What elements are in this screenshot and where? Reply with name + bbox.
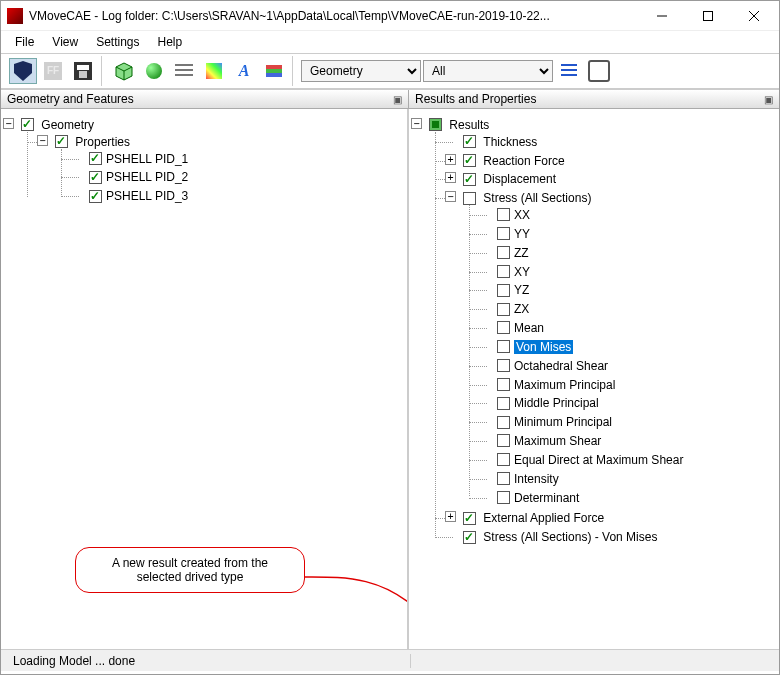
- save-tool-button[interactable]: [69, 58, 97, 84]
- windows-tool-button[interactable]: [585, 58, 613, 84]
- tree-node-stress-component[interactable]: YY: [481, 224, 775, 243]
- ff-icon: FF: [44, 62, 62, 80]
- checkbox[interactable]: [497, 208, 510, 221]
- checkbox[interactable]: [497, 397, 510, 410]
- checkbox[interactable]: [21, 118, 34, 131]
- shield-tool-button[interactable]: [9, 58, 37, 84]
- tree-node-stress-component[interactable]: Minimum Principal: [481, 412, 775, 431]
- palette-tool-button[interactable]: [200, 58, 228, 84]
- annotation-callout: A new result created from the selected d…: [75, 547, 305, 607]
- checkbox[interactable]: [497, 491, 510, 504]
- tree-node-stress-component[interactable]: Middle Principal: [481, 393, 775, 412]
- expand-icon[interactable]: +: [445, 154, 456, 165]
- filter-combo[interactable]: All: [423, 60, 553, 82]
- tree-label: Determinant: [514, 490, 579, 504]
- tree-label: Maximum Shear: [514, 434, 601, 448]
- contour-tool-button[interactable]: [170, 58, 198, 84]
- tree-node-stress-component[interactable]: Intensity: [481, 469, 775, 488]
- svg-rect-1: [704, 11, 713, 20]
- results-panel: − Results Thickness + Reaction Force +: [409, 109, 779, 649]
- minimize-button[interactable]: [639, 1, 685, 31]
- tree-node-thickness[interactable]: Thickness: [447, 132, 775, 151]
- tree-node-stress-component[interactable]: XY: [481, 262, 775, 281]
- checkbox[interactable]: [55, 135, 68, 148]
- tree-node-stress-component[interactable]: Mean: [481, 318, 775, 337]
- tree-node-geometry[interactable]: − Geometry − Properties PSHELL PID_1PSHE…: [5, 115, 403, 209]
- checkbox[interactable]: [497, 416, 510, 429]
- tree-node-properties[interactable]: − Properties PSHELL PID_1PSHELL PID_2PSH…: [39, 132, 403, 207]
- tree-node-stress-component[interactable]: Octahedral Shear: [481, 356, 775, 375]
- tree-node-property[interactable]: PSHELL PID_1: [73, 149, 403, 168]
- checkbox[interactable]: [497, 340, 510, 353]
- checkbox[interactable]: [463, 173, 476, 186]
- checkbox[interactable]: [89, 171, 102, 184]
- checkbox[interactable]: [497, 227, 510, 240]
- palette-icon: [206, 63, 222, 79]
- list-tool-button[interactable]: [555, 58, 583, 84]
- layers-tool-button[interactable]: [260, 58, 288, 84]
- maximize-button[interactable]: [685, 1, 731, 31]
- tree-node-stress-component[interactable]: Equal Direct at Maximum Shear: [481, 450, 775, 469]
- expand-icon[interactable]: +: [445, 511, 456, 522]
- checkbox[interactable]: [497, 453, 510, 466]
- shield-icon: [14, 61, 32, 81]
- expand-icon[interactable]: −: [445, 191, 456, 202]
- checkbox[interactable]: [463, 154, 476, 167]
- tree-node-stress-component[interactable]: ZZ: [481, 243, 775, 262]
- checkbox[interactable]: [463, 531, 476, 544]
- tree-node-stress-component[interactable]: Determinant: [481, 488, 775, 507]
- tree-node-stress-component[interactable]: Maximum Shear: [481, 431, 775, 450]
- tree-label: Equal Direct at Maximum Shear: [514, 453, 683, 467]
- menu-view[interactable]: View: [44, 33, 86, 51]
- checkbox[interactable]: [497, 378, 510, 391]
- menu-settings[interactable]: Settings: [88, 33, 147, 51]
- checkbox[interactable]: [497, 303, 510, 316]
- left-panel-collapse-icon[interactable]: ▣: [393, 94, 402, 105]
- tree-node-property[interactable]: PSHELL PID_3: [73, 186, 403, 205]
- checkbox[interactable]: [497, 265, 510, 278]
- checkbox[interactable]: [89, 190, 102, 203]
- disc-tool-button[interactable]: [140, 58, 168, 84]
- checkbox[interactable]: [497, 472, 510, 485]
- checkbox[interactable]: [497, 434, 510, 447]
- tree-node-property[interactable]: PSHELL PID_2: [73, 167, 403, 186]
- checkbox[interactable]: [463, 135, 476, 148]
- tree-node-reaction-force[interactable]: + Reaction Force: [447, 151, 775, 170]
- expand-icon[interactable]: −: [411, 118, 422, 129]
- close-button[interactable]: [731, 1, 777, 31]
- tree-node-stress-component[interactable]: Von Mises: [481, 337, 775, 356]
- menu-file[interactable]: File: [7, 33, 42, 51]
- checkbox[interactable]: [497, 284, 510, 297]
- checkbox[interactable]: [497, 359, 510, 372]
- layers-icon: [266, 65, 282, 77]
- tree-node-displacement[interactable]: + Displacement: [447, 169, 775, 188]
- tree-node-stress-vonmises[interactable]: Stress (All Sections) - Von Mises: [447, 527, 775, 546]
- checkbox[interactable]: [497, 321, 510, 334]
- tree-node-stress-component[interactable]: Maximum Principal: [481, 375, 775, 394]
- tree-node-stress-component[interactable]: YZ: [481, 280, 775, 299]
- checkbox[interactable]: [89, 152, 102, 165]
- checkbox[interactable]: [429, 118, 442, 131]
- checkbox[interactable]: [463, 192, 476, 205]
- tree-node-external-force[interactable]: + External Applied Force: [447, 508, 775, 527]
- list-icon: [561, 64, 577, 78]
- checkbox[interactable]: [463, 512, 476, 525]
- geometry-combo[interactable]: Geometry: [301, 60, 421, 82]
- tree-label: Middle Principal: [514, 396, 599, 410]
- toolbar: FF A Geometry All: [1, 53, 779, 89]
- right-panel-title: Results and Properties: [415, 92, 536, 106]
- tree-node-stress-all[interactable]: − Stress (All Sections) XXYYZZXYYZZXMean…: [447, 188, 775, 508]
- menu-help[interactable]: Help: [150, 33, 191, 51]
- right-panel-collapse-icon[interactable]: ▣: [764, 94, 773, 105]
- tree-node-stress-component[interactable]: XX: [481, 205, 775, 224]
- tree-node-results[interactable]: − Results Thickness + Reaction Force +: [413, 115, 775, 548]
- expand-icon[interactable]: +: [445, 172, 456, 183]
- expand-icon[interactable]: −: [37, 135, 48, 146]
- geometry-panel: − Geometry − Properties PSHELL PID_1PSHE…: [1, 109, 409, 649]
- checkbox[interactable]: [497, 246, 510, 259]
- tree-node-stress-component[interactable]: ZX: [481, 299, 775, 318]
- cube-tool-button[interactable]: [110, 58, 138, 84]
- expand-icon[interactable]: −: [3, 118, 14, 129]
- tree-label: PSHELL PID_3: [106, 189, 188, 203]
- font-tool-button[interactable]: A: [230, 58, 258, 84]
